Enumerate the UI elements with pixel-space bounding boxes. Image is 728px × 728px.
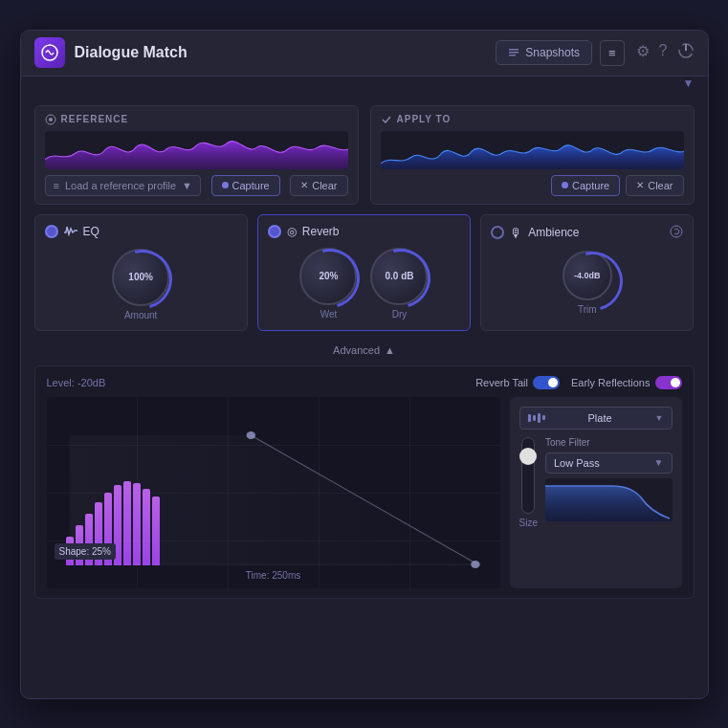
reverb-knobs: 20% Wet 0.0 dB Dry [268, 248, 460, 320]
reverb-visualization: Shape: 25% Time: 250ms [47, 397, 500, 588]
reference-controls: ≡ Load a reference profile ▼ Capture ✕ C… [45, 175, 348, 196]
svg-point-11 [246, 431, 254, 439]
header-icons: ⚙ ? [636, 42, 695, 63]
plate-icon [528, 413, 545, 423]
capture-dot [222, 182, 229, 188]
listen-icon[interactable] [670, 225, 683, 241]
reverb-tail-label: Reverb Tail [475, 377, 528, 388]
dropdown-arrow: ▼ [182, 180, 192, 191]
svg-rect-1 [509, 49, 518, 51]
eq-amount-knob[interactable]: 100% [112, 249, 169, 306]
ambience-label: Ambience [528, 226, 579, 239]
advanced-label: Advanced [333, 344, 380, 356]
reverb-dry-container: 0.0 dB Dry [370, 248, 428, 320]
reverb-wet-knob[interactable]: 20% [299, 248, 357, 305]
reverb-wet-label: Wet [320, 309, 338, 320]
app-title: Dialogue Match [75, 44, 496, 61]
advanced-panel: Level: -20dB Reverb Tail Early Reflectio… [34, 365, 695, 599]
apply-to-panel: APPLY TO [370, 105, 695, 205]
reference-capture-button[interactable]: Capture [211, 175, 280, 196]
snapshots-dropdown[interactable]: Snapshots [496, 40, 592, 65]
reverb-icon: ◎ [287, 225, 297, 238]
help-icon[interactable]: ? [659, 42, 668, 63]
early-reflections-toggle-item: Early Reflections [571, 376, 682, 389]
decay-envelope [47, 397, 500, 588]
reference-clear-button[interactable]: ✕ Clear [290, 175, 347, 196]
low-pass-curve [545, 478, 670, 521]
svg-point-7 [49, 118, 53, 121]
size-slider-track[interactable] [521, 437, 535, 514]
plate-selector[interactable]: Plate ▼ [519, 407, 673, 430]
svg-point-8 [671, 226, 682, 237]
filter-visualization [545, 478, 673, 521]
svg-point-12 [471, 561, 479, 568]
settings-icon[interactable]: ⚙ [636, 42, 650, 63]
advanced-body: Shape: 25% Time: 250ms [47, 397, 682, 588]
plugin-window: Dialogue Match Snapshots ≡ ⚙ ? ▼ [20, 30, 709, 699]
header: Dialogue Match Snapshots ≡ ⚙ ? [21, 31, 708, 77]
clear-x-icon: ✕ [300, 180, 308, 190]
ambience-module: 🎙 Ambience -4.0dB Trim [480, 214, 694, 331]
advanced-header-row: Level: -20dB Reverb Tail Early Reflectio… [47, 376, 682, 389]
low-pass-chevron: ▼ [654, 457, 664, 468]
apply-to-controls: Capture ✕ Clear [381, 175, 684, 196]
tone-filter-label: Tone Filter [545, 437, 673, 448]
advanced-arrow-icon: ▲ [385, 344, 395, 356]
apply-to-clear-button[interactable]: ✕ Clear [626, 175, 683, 196]
plate-label: Plate [588, 412, 612, 424]
reverb-side-panel: Plate ▼ Size [510, 397, 682, 588]
advanced-toggles: Reverb Tail Early Reflections [475, 376, 681, 389]
reference-waveform [45, 131, 348, 169]
eq-header: EQ [45, 225, 237, 239]
low-pass-selector[interactable]: Low Pass ▼ [545, 452, 673, 474]
apply-to-label: APPLY TO [381, 114, 684, 125]
advanced-toggle[interactable]: Advanced ▲ [34, 341, 695, 360]
ambience-header: 🎙 Ambience [491, 225, 683, 241]
reverb-module: ◎ Reverb 20% Wet 0.0 dB Dry [257, 214, 471, 331]
reverb-wet-container: 20% Wet [299, 248, 357, 320]
reverb-dry-knob[interactable]: 0.0 dB [370, 248, 428, 305]
clear-x-icon-2: ✕ [636, 180, 644, 190]
collapse-icon[interactable]: ▼ [683, 77, 695, 90]
snapshots-label: Snapshots [525, 46, 580, 59]
module-row: EQ 100% Amount ◎ Reverb [34, 214, 695, 331]
reverb-header: ◎ Reverb [268, 225, 460, 238]
load-profile-dropdown[interactable]: ≡ Load a reference profile ▼ [45, 175, 202, 196]
reverb-dry-label: Dry [392, 309, 408, 320]
size-slider-area: Size [519, 437, 538, 528]
size-slider-thumb[interactable] [519, 448, 537, 465]
app-logo [34, 37, 65, 68]
ambience-knob-container: -4.0dB Trim [491, 251, 683, 315]
size-and-filter: Size Tone Filter Low Pass ▼ [519, 437, 673, 528]
ambience-toggle[interactable] [491, 226, 504, 239]
apply-to-waveform [381, 131, 684, 169]
eq-amount-label: Amount [124, 310, 157, 320]
eq-toggle[interactable] [45, 225, 58, 238]
size-label: Size [519, 518, 538, 528]
reference-label: REFERENCE [45, 114, 348, 125]
time-label: Time: 250ms [246, 570, 300, 581]
reverb-toggle[interactable] [268, 225, 281, 238]
capture-dot-2 [562, 182, 568, 188]
apply-to-capture-button[interactable]: Capture [551, 175, 620, 196]
menu-button[interactable]: ≡ [600, 40, 625, 66]
main-content: REFERENCE [21, 94, 708, 610]
level-label: Level: -20dB [47, 377, 106, 388]
reverb-wet-value: 20% [319, 271, 338, 281]
eq-module: EQ 100% Amount [34, 214, 248, 331]
eq-wave-icon [64, 225, 77, 239]
eq-label: EQ [83, 225, 99, 238]
sub-header: ▼ [21, 77, 708, 94]
tone-filter-area: Tone Filter Low Pass ▼ [545, 437, 673, 521]
shape-label: Shape: 25% [55, 543, 117, 560]
ambience-trim-value: -4.0dB [574, 271, 601, 280]
svg-rect-3 [509, 55, 516, 56]
svg-rect-2 [509, 52, 518, 54]
power-icon[interactable] [677, 42, 695, 63]
early-reflections-toggle[interactable] [655, 376, 682, 389]
capture-row: REFERENCE [34, 105, 695, 205]
load-icon: ≡ [54, 180, 59, 191]
reverb-label: Reverb [302, 225, 340, 238]
ambience-trim-knob[interactable]: -4.0dB [563, 251, 612, 300]
reverb-tail-toggle[interactable] [533, 376, 560, 389]
